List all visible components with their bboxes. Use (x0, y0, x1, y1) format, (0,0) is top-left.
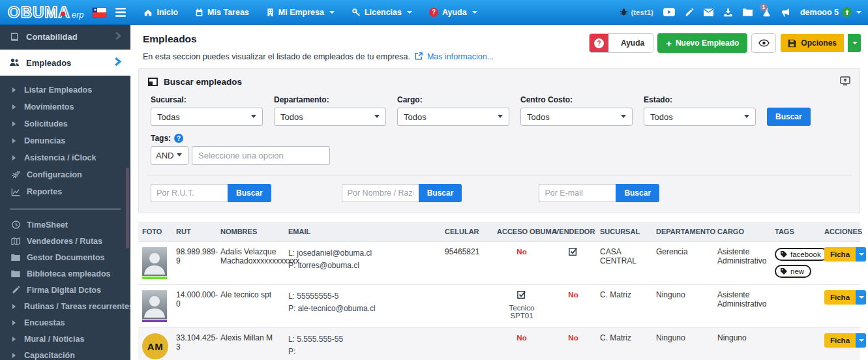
environment-label[interactable]: (test1) (620, 8, 653, 16)
ficha-dropdown-toggle[interactable] (856, 333, 866, 348)
departamento-select[interactable]: Todos (274, 108, 386, 126)
sidebar-item-rutinas-tareas[interactable]: Rutinas / Tareas recurrentes (0, 298, 130, 314)
sidebar-item-configuracion[interactable]: Configuracion (0, 166, 130, 183)
opciones-button[interactable]: Opciones (780, 33, 861, 53)
sucursal-label: Sucursal: (151, 95, 263, 104)
view-toggle-button[interactable] (751, 33, 776, 53)
filter-buscar-button[interactable]: Buscar (767, 108, 811, 126)
sidebar-scrollbar[interactable] (126, 168, 129, 248)
arrow-right-icon (12, 138, 16, 143)
cell-email-login: L: josedaniel@obuma.cl (288, 247, 437, 260)
sidebar-item-listar-empleados[interactable]: Listar Empleados (0, 82, 130, 98)
tags-help-icon[interactable]: ? (174, 134, 183, 143)
check-square-icon (517, 292, 526, 301)
col-acceso-obuma: ACCESO OBUMA (493, 222, 550, 242)
help-label: Ayuda (612, 38, 653, 48)
sidebar-item-timesheet[interactable]: TimeSheet (0, 217, 130, 233)
cell-nombres: Ale tecnico spt (217, 285, 284, 328)
sucursal-select[interactable]: Todas (151, 108, 263, 126)
hamburger-menu-icon[interactable] (115, 8, 126, 17)
nav-item-mi-empresa[interactable]: Mi Empresa (258, 0, 343, 24)
flag-star: ★ (93, 8, 97, 12)
sidebar-item-mural-noticias[interactable]: Mural / Noticias (0, 331, 130, 347)
vendedor-status: No (568, 291, 578, 299)
chevron-down-icon (329, 11, 335, 14)
sidebar-item-label: Biblioteca empleados (27, 269, 111, 278)
download-icon[interactable] (723, 8, 733, 17)
collapse-window-icon[interactable] (840, 76, 850, 87)
sidebar-item-gestor-documentos[interactable]: Gestor Documentos (0, 249, 130, 265)
email-buscar-button[interactable]: Buscar (616, 184, 659, 202)
tags-operator-select[interactable]: AND (151, 146, 188, 165)
sidebar-item-solicitudes[interactable]: Solicitudes (0, 115, 130, 132)
bullhorn-icon[interactable] (781, 8, 790, 17)
employee-photo[interactable] (142, 290, 167, 319)
sidebar-item-firma-digital[interactable]: Firma Digital Dctos (0, 282, 130, 298)
home-icon (143, 8, 153, 17)
nav-label: Ayuda (442, 8, 467, 17)
folder-icon[interactable] (743, 8, 753, 16)
opciones-dropdown-toggle[interactable] (848, 34, 861, 52)
employee-photo[interactable] (142, 247, 167, 276)
save-icon (788, 39, 796, 48)
main-content: Empleados En esta seccion puedes visuali… (130, 25, 868, 360)
tags-row: Tags: ? AND (145, 126, 853, 165)
sidebar-item-encuestas[interactable]: Encuestas (0, 314, 130, 331)
rut-search-input[interactable] (151, 184, 228, 202)
departamento-label: Departamento: (274, 95, 386, 104)
sidebar-item-vendedores-rutas[interactable]: Vendedores / Rutas (0, 233, 130, 249)
ficha-button[interactable]: Ficha (824, 290, 866, 305)
user-menu[interactable]: demooo 5 (800, 7, 861, 17)
cell-celular: 95465821 (441, 242, 493, 285)
tag-pill[interactable]: new (775, 265, 811, 278)
nav-item-licencias[interactable]: Licencias (343, 0, 421, 24)
employee-initials-avatar[interactable]: AM (142, 333, 168, 359)
cell-cargo: Asistente Administrativo (713, 285, 771, 328)
tags-input[interactable] (192, 146, 330, 165)
panel-divider (147, 175, 852, 175)
sidebar-item-movimientos[interactable]: Movimientos (0, 98, 130, 115)
help-button[interactable]: ? Ayuda (589, 33, 653, 53)
nav-item-inicio[interactable]: Inicio (135, 0, 187, 24)
initials-text: AM (147, 341, 163, 352)
sidebar-item-biblioteca-empleados[interactable]: Biblioteca empleados (0, 265, 130, 282)
user-name: demooo 5 (800, 8, 839, 17)
nav-item-ayuda[interactable]: ? Ayuda (421, 0, 486, 24)
ficha-dropdown-toggle[interactable] (856, 290, 866, 305)
centro-costo-select[interactable]: Todos (520, 108, 633, 126)
envelope-icon[interactable] (704, 8, 713, 16)
youtube-icon[interactable] (663, 8, 675, 16)
email-search-group: Buscar (539, 184, 659, 202)
folder-icon (10, 254, 21, 261)
estado-select[interactable]: Todos (644, 108, 756, 126)
tag-icon (781, 268, 787, 275)
nuevo-empleado-button[interactable]: + Nuevo Empleado (657, 33, 747, 53)
flask-icon[interactable]: 1 (762, 8, 771, 17)
chevron-right-icon (114, 57, 121, 68)
sidebar-item-denuncias[interactable]: Denuncias (0, 132, 130, 149)
rut-buscar-button[interactable]: Buscar (228, 184, 271, 202)
pencil-icon[interactable] (685, 8, 694, 17)
cargo-label: Cargo: (397, 95, 509, 104)
sidebar-item-contabilidad[interactable]: Contabilidad (0, 25, 130, 50)
obuma-logo[interactable]: OBUMA erp (8, 5, 83, 20)
sidebar-item-capacitacion[interactable]: Capacitación (0, 347, 130, 360)
ficha-button[interactable]: Ficha (824, 333, 866, 348)
tag-pill[interactable]: facebook (775, 248, 828, 261)
nombre-search-input[interactable] (342, 184, 419, 202)
plus-icon: + (666, 38, 672, 48)
email-search-input[interactable] (539, 184, 616, 202)
nav-item-mis-tareas[interactable]: Mis Tareas (187, 0, 258, 24)
nombre-buscar-button[interactable]: Buscar (419, 184, 462, 202)
cargo-select[interactable]: Todos (397, 108, 509, 126)
more-info-link[interactable]: Mas informacion... (427, 52, 494, 61)
col-email: EMAIL (284, 222, 441, 242)
sidebar-item-reportes[interactable]: Reportes (0, 183, 130, 200)
sidebar-item-asistencia-iclock[interactable]: Asistencia / iClock (0, 149, 130, 166)
brand-suffix: erp (72, 10, 84, 20)
col-celular: CELULAR (441, 222, 493, 242)
ficha-dropdown-toggle[interactable] (856, 247, 866, 262)
sidebar-item-empleados[interactable]: Empleados (0, 50, 130, 76)
page-subtitle: En esta seccion puedes visualizar el lis… (143, 52, 494, 61)
ficha-button[interactable]: Ficha (824, 247, 866, 262)
